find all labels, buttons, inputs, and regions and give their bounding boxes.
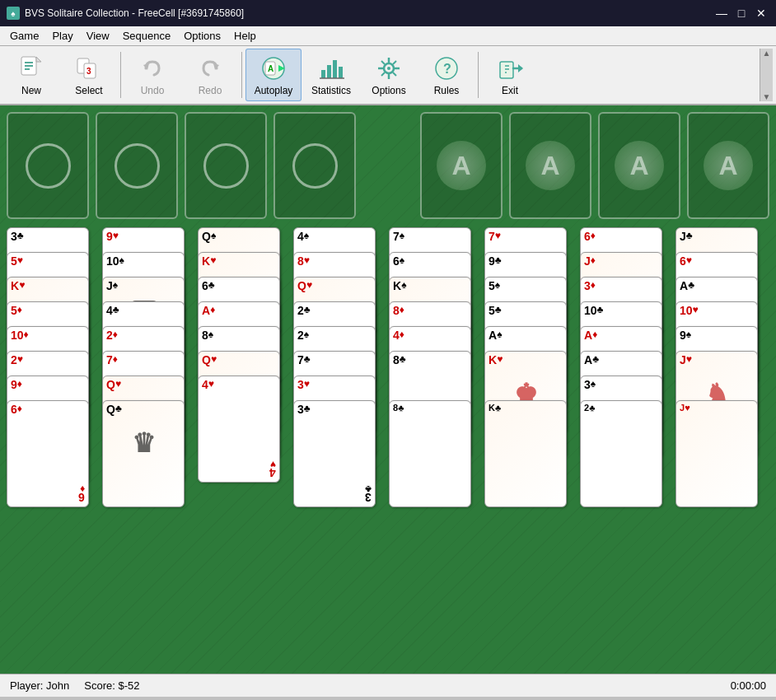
select-button[interactable]: 3 Select bbox=[61, 49, 117, 101]
column-1: 3♣3♣ 5♥5♥ K♥👑 5♦5♦ 10♦10♦ 2♥2♥ 9♦9♦ 6♦6♦ bbox=[7, 227, 96, 532]
redo-label: Redo bbox=[199, 85, 222, 96]
statistics-label: Statistics bbox=[311, 85, 351, 96]
rules-button[interactable]: ? Rules bbox=[418, 49, 474, 101]
window-title: BVS Solitaire Collection - FreeCell [#36… bbox=[25, 7, 244, 19]
menu-view[interactable]: View bbox=[80, 28, 116, 44]
column-2: 9♥9♥ 10♠10♠ J♠🂫 4♣4♣ 2♦2♦ 7♦7♦ Q♥♛ Q♣♛ bbox=[102, 227, 191, 532]
svg-marker-4 bbox=[36, 57, 41, 62]
foundation-spades[interactable]: A bbox=[420, 112, 503, 219]
svg-rect-1 bbox=[25, 62, 33, 63]
free-cell-2[interactable] bbox=[96, 112, 178, 219]
exit-label: Exit bbox=[502, 85, 518, 96]
menu-bar: Game Play View Sequence Options Help bbox=[0, 26, 776, 46]
menu-game[interactable]: Game bbox=[3, 28, 45, 44]
foundation-spades-label: A bbox=[437, 141, 486, 190]
statistics-button[interactable]: Statistics bbox=[303, 49, 359, 101]
autoplay-icon: A bbox=[259, 54, 288, 83]
options-icon bbox=[374, 54, 404, 83]
autoplay-label: Autoplay bbox=[255, 85, 293, 96]
app-icon: ♠ bbox=[7, 7, 20, 20]
select-icon: 3 bbox=[74, 54, 104, 83]
card-Kc[interactable]: K♣ bbox=[484, 400, 567, 507]
minimize-button[interactable]: — bbox=[713, 5, 730, 21]
redo-icon bbox=[195, 54, 225, 83]
maximize-button[interactable]: □ bbox=[733, 5, 750, 21]
svg-rect-17 bbox=[339, 67, 343, 78]
timer: 0:00:00 bbox=[731, 679, 766, 692]
menu-options[interactable]: Options bbox=[177, 28, 227, 44]
column-6: 7♥7♥ 9♣9♣ 5♠5♠ 5♣5♣ A♠A♠ K♥♚ K♣ bbox=[484, 227, 573, 532]
svg-line-25 bbox=[381, 61, 385, 64]
card-2c-7[interactable]: 2♣ bbox=[580, 400, 662, 507]
close-button[interactable]: ✕ bbox=[753, 5, 769, 21]
top-row: A A A A bbox=[7, 112, 769, 219]
rules-icon: ? bbox=[432, 54, 461, 83]
svg-line-28 bbox=[381, 72, 385, 76]
svg-rect-3 bbox=[25, 68, 30, 70]
card-Jh-8[interactable]: J♥ bbox=[675, 400, 758, 507]
card-3c-4[interactable]: 3♣3♣ bbox=[293, 400, 376, 507]
exit-icon bbox=[495, 54, 525, 83]
new-icon bbox=[16, 54, 46, 83]
score-label: Score: $-52 bbox=[84, 679, 139, 692]
select-label: Select bbox=[75, 85, 102, 96]
player-label: Player: John bbox=[10, 679, 69, 692]
svg-line-27 bbox=[393, 61, 396, 64]
title-bar-controls: — □ ✕ bbox=[713, 5, 769, 21]
column-3: Q♠♛ K♥♚ 6♣6♣ A♦A♦ 8♠8♠ Q♥♛ 4♥4♥ bbox=[198, 227, 287, 532]
column-8: J♣♞ 6♥6♥ A♣A♣ 10♥10♥ 9♠9♠ J♥♞ J♥ bbox=[675, 227, 764, 532]
card-6d-1[interactable]: 6♦6♦ bbox=[7, 400, 89, 507]
foundation-diamonds[interactable]: A bbox=[598, 112, 680, 219]
player-info: Player: John Score: $-52 bbox=[10, 679, 140, 692]
svg-text:3: 3 bbox=[86, 67, 91, 76]
free-cell-4[interactable] bbox=[273, 112, 356, 219]
new-button[interactable]: New bbox=[3, 49, 59, 101]
toolbar-sep-1 bbox=[120, 52, 121, 98]
rules-label: Rules bbox=[434, 85, 460, 96]
free-cell-3[interactable] bbox=[185, 112, 267, 219]
undo-icon bbox=[138, 54, 167, 83]
svg-rect-31 bbox=[500, 62, 513, 78]
menu-sequence[interactable]: Sequence bbox=[116, 28, 178, 44]
free-cell-3-circle bbox=[203, 143, 249, 189]
undo-button[interactable]: Undo bbox=[124, 49, 180, 101]
card-8c-5b[interactable]: 8♣ bbox=[389, 400, 471, 507]
title-bar-left: ♠ BVS Solitaire Collection - FreeCell [#… bbox=[7, 7, 244, 20]
foundation-hearts[interactable]: A bbox=[509, 112, 591, 219]
redo-button[interactable]: Redo bbox=[182, 49, 238, 101]
menu-help[interactable]: Help bbox=[227, 28, 263, 44]
svg-point-20 bbox=[387, 67, 390, 70]
toolbar-scrollbar[interactable]: ▲ ▼ bbox=[760, 49, 773, 101]
svg-text:A: A bbox=[268, 64, 273, 73]
free-cell-4-circle bbox=[292, 143, 338, 189]
foundations: A A A A bbox=[420, 112, 769, 219]
foundation-clubs-label: A bbox=[704, 141, 753, 190]
card-Qc[interactable]: Q♣♛ bbox=[102, 400, 185, 507]
title-bar: ♠ BVS Solitaire Collection - FreeCell [#… bbox=[0, 0, 776, 26]
new-label: New bbox=[21, 85, 41, 96]
card-4h[interactable]: 4♥4♥ bbox=[198, 376, 280, 483]
exit-button[interactable]: Exit bbox=[482, 49, 538, 101]
column-7: 6♦6♦ J♦♞ 3♦3♦ 10♣10♣ A♦A♦ A♣A♣ 3♠3♠ 2♣ bbox=[580, 227, 669, 532]
svg-marker-33 bbox=[518, 64, 523, 72]
foundation-clubs[interactable]: A bbox=[687, 112, 769, 219]
autoplay-button[interactable]: A Autoplay bbox=[245, 49, 302, 101]
column-4: 4♠4♠ 8♥8♥ Q♥♛ 2♣2♣ 2♠2♠ 7♣7♣ 3♥3♥ 3♣3♣ bbox=[293, 227, 382, 532]
options-button[interactable]: Options bbox=[361, 49, 417, 101]
svg-line-26 bbox=[393, 72, 396, 76]
free-cell-1-circle bbox=[26, 143, 71, 189]
free-cells bbox=[7, 112, 356, 219]
toolbar-sep-2 bbox=[241, 52, 242, 98]
column-5: 7♠7♠ 6♠6♠ K♠♚ 8♦8♦ 4♦4♦ 8♣8♣ 8♣ bbox=[389, 227, 478, 532]
menu-play[interactable]: Play bbox=[45, 28, 79, 44]
svg-rect-2 bbox=[25, 65, 33, 67]
statistics-icon bbox=[316, 54, 346, 83]
options-label: Options bbox=[372, 85, 405, 96]
svg-rect-15 bbox=[327, 65, 331, 78]
columns-area: 3♣3♣ 5♥5♥ K♥👑 5♦5♦ 10♦10♦ 2♥2♥ 9♦9♦ 6♦6♦… bbox=[7, 227, 769, 532]
free-cell-1[interactable] bbox=[7, 112, 89, 219]
undo-label: Undo bbox=[141, 85, 165, 96]
free-cell-2-circle bbox=[115, 143, 160, 189]
foundation-diamonds-label: A bbox=[615, 141, 664, 190]
game-area: A A A A 3♣3♣ 5♥5♥ K♥👑 5♦5♦ 10♦10♦ 2♥2♥ 9… bbox=[0, 105, 776, 674]
